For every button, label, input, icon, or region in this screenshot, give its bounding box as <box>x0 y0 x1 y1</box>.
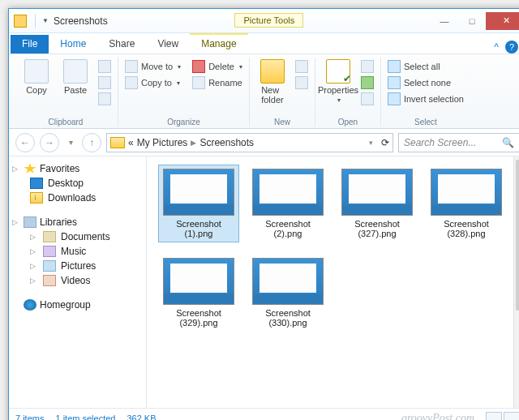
nav-desktop[interactable]: Desktop <box>12 176 143 191</box>
copy-to-button[interactable]: Copy to▾ <box>123 75 182 90</box>
nav-music[interactable]: ▷Music <box>12 244 143 259</box>
star-icon <box>24 163 36 174</box>
properties-button[interactable]: ✔ Properties ▾ <box>320 58 356 104</box>
tab-home[interactable]: Home <box>49 35 97 54</box>
properties-icon: ✔ <box>326 59 350 84</box>
pictures-icon <box>43 260 56 272</box>
properties-label: Properties <box>318 85 358 95</box>
paste-shortcut-button[interactable] <box>97 92 113 106</box>
file-name-label: Screenshot (330).png <box>251 308 324 328</box>
nav-favorites-header[interactable]: ▷Favorites <box>12 161 143 176</box>
thumbnails-view-button[interactable] <box>504 412 519 421</box>
documents-icon <box>43 231 56 242</box>
address-bar: ← → ▾ ↑ « My Pictures ▶ Screenshots ▾ ⟳ … <box>9 129 519 156</box>
nav-homegroup-header[interactable]: Homegroup <box>12 298 143 312</box>
window-buttons: — □ ✕ <box>431 12 519 30</box>
move-to-button[interactable]: Move to▾ <box>123 59 182 74</box>
file-thumbnail[interactable]: Screenshot (1).png <box>158 165 239 242</box>
paste-label: Paste <box>64 85 87 95</box>
open-button[interactable] <box>359 59 375 74</box>
libraries-icon <box>24 216 36 228</box>
select-none-icon <box>388 76 401 89</box>
select-all-icon <box>388 60 401 73</box>
tab-manage[interactable]: Manage <box>190 33 247 54</box>
nav-downloads[interactable]: Downloads <box>12 191 143 205</box>
refresh-button[interactable]: ⟳ <box>381 137 389 148</box>
qat-dropdown-icon[interactable]: ▼ <box>42 17 49 24</box>
file-name-label: Screenshot (2).png <box>251 219 324 238</box>
address-box[interactable]: « My Pictures ▶ Screenshots ▾ ⟳ <box>106 133 393 152</box>
copy-icon <box>24 59 49 84</box>
search-icon: 🔍 <box>502 137 514 148</box>
easy-access-button[interactable] <box>294 75 310 90</box>
history-button[interactable] <box>359 92 375 106</box>
file-thumbnail[interactable]: Screenshot (328).png <box>426 165 507 242</box>
tab-share[interactable]: Share <box>97 35 146 54</box>
details-view-button[interactable] <box>486 412 502 421</box>
paste-icon <box>63 59 88 84</box>
rename-button[interactable]: Rename <box>191 75 244 90</box>
invert-selection-button[interactable]: Invert selection <box>386 92 465 106</box>
close-button[interactable]: ✕ <box>486 12 519 30</box>
view-buttons <box>486 412 519 421</box>
titlebar: ▼ Screenshots Picture Tools — □ ✕ <box>9 9 519 33</box>
desktop-icon <box>30 178 43 189</box>
qat-separator <box>35 14 36 28</box>
explorer-body: ▷Favorites Desktop Downloads ▷Libraries … <box>9 156 519 408</box>
ribbon: Copy Paste Clipboard Move to▾ Copy to▾ <box>9 54 519 129</box>
file-thumbnail[interactable]: Screenshot (327).png <box>337 165 418 242</box>
content-scrollbar[interactable] <box>513 156 519 408</box>
maximize-button[interactable]: □ <box>458 12 486 30</box>
file-thumbnail[interactable]: Screenshot (329).png <box>158 254 239 332</box>
nav-videos[interactable]: ▷Videos <box>12 273 143 288</box>
nav-favorites: ▷Favorites Desktop Downloads <box>12 161 143 205</box>
open-icon <box>361 60 374 73</box>
delete-button[interactable]: Delete▾ <box>191 59 244 74</box>
tab-view[interactable]: View <box>146 35 190 54</box>
file-name-label: Screenshot (327).png <box>341 219 414 238</box>
explorer-window: ▼ Screenshots Picture Tools — □ ✕ File H… <box>8 8 519 420</box>
nav-libraries-header[interactable]: ▷Libraries <box>12 215 143 229</box>
forward-button[interactable]: → <box>40 133 59 152</box>
select-all-button[interactable]: Select all <box>386 59 465 74</box>
crumb-1[interactable]: Screenshots <box>199 137 254 148</box>
thumbnail-image <box>341 169 413 216</box>
crumb-0[interactable]: My Pictures <box>137 137 188 148</box>
thumbnail-image <box>252 169 324 216</box>
new-folder-button[interactable]: New folder <box>255 58 290 105</box>
address-dropdown-icon[interactable]: ▾ <box>369 139 373 147</box>
search-box[interactable]: Search Screen... 🔍 <box>398 133 519 152</box>
file-thumbnail[interactable]: Screenshot (2).png <box>247 165 328 242</box>
crumb-root: « <box>128 137 134 148</box>
nav-pictures[interactable]: ▷Pictures <box>12 259 143 273</box>
copy-path-button[interactable] <box>97 75 113 90</box>
thumbnail-image <box>252 258 324 305</box>
search-placeholder: Search Screen... <box>404 137 476 148</box>
help-icon[interactable]: ? <box>505 41 518 54</box>
group-open-label: Open <box>338 116 358 126</box>
tab-file[interactable]: File <box>11 35 49 54</box>
cut-button[interactable] <box>97 59 113 74</box>
up-button[interactable]: ↑ <box>82 133 101 152</box>
collapse-ribbon-icon[interactable]: ^ <box>494 41 499 53</box>
copy-button[interactable]: Copy <box>19 58 54 95</box>
recent-locations-button[interactable]: ▾ <box>64 136 77 149</box>
chevron-right-icon[interactable]: ▶ <box>191 139 196 147</box>
status-bar: 7 items 1 item selected 362 KB groovyPos… <box>9 408 519 420</box>
invert-selection-icon <box>388 92 401 105</box>
nav-documents[interactable]: ▷Documents <box>12 229 143 244</box>
paste-button[interactable]: Paste <box>58 58 93 95</box>
file-thumbnail[interactable]: Screenshot (330).png <box>247 254 328 332</box>
folder-icon <box>14 15 27 28</box>
delete-icon <box>192 60 205 73</box>
copy-to-icon <box>125 76 138 89</box>
thumbnail-image <box>163 169 234 216</box>
group-organize-label: Organize <box>167 116 200 126</box>
edit-button[interactable] <box>359 75 375 90</box>
new-folder-label: New folder <box>261 85 284 105</box>
new-item-button[interactable] <box>294 59 310 74</box>
back-button[interactable]: ← <box>15 133 35 152</box>
easy-access-icon <box>295 76 308 89</box>
minimize-button[interactable]: — <box>431 12 458 30</box>
select-none-button[interactable]: Select none <box>386 75 465 90</box>
